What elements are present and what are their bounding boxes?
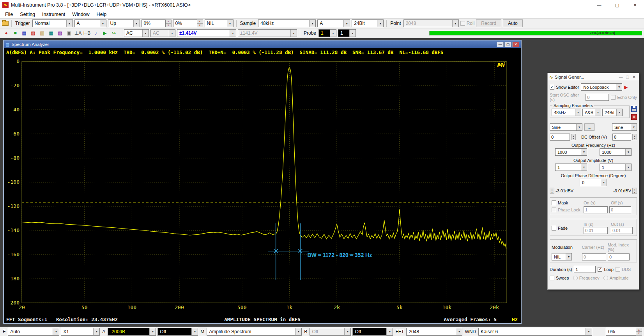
minimize-icon[interactable]: — [590,0,608,10]
siggen-rate-select[interactable]: 48kHz▼ [552,109,581,116]
sample-bits-select[interactable]: 24Bit▼ [352,19,384,27]
chevron-down-icon[interactable]: ▼ [343,20,350,27]
amplitude-a-select[interactable]: 1▼ [555,164,587,171]
maximize-icon[interactable]: ▢ [504,42,511,47]
frequency-b-select[interactable]: 1000▼ [600,148,632,156]
record-icon[interactable]: ● [2,30,11,37]
checkbox-icon[interactable] [550,276,554,280]
chevron-down-icon[interactable]: ▼ [595,109,601,116]
trigger-mode-select[interactable]: Normal▼ [32,19,73,27]
duration-input[interactable] [574,266,596,273]
chevron-down-icon[interactable]: ▼ [330,30,336,37]
close-icon[interactable]: ✕ [512,42,519,47]
chevron-down-icon[interactable]: ▼ [601,179,607,186]
menu-setting[interactable]: Setting [16,11,39,18]
menu-instrument[interactable]: Instrument [39,11,69,18]
menu-window[interactable]: Window [69,11,93,18]
start-output-icon[interactable]: ▶ [624,84,628,90]
run-icon[interactable]: ▶ [101,30,109,37]
spin-up-icon[interactable]: ▲ [197,20,203,24]
range-a-select[interactable]: ±1.414V▼ [177,29,236,37]
frequency-mode-select[interactable]: Auto▼ [8,328,59,336]
loopback-select[interactable]: No Loopback▼ [581,83,622,91]
chevron-down-icon[interactable]: ▼ [581,149,587,155]
chevron-down-icon[interactable]: ▼ [93,328,99,335]
chevron-down-icon[interactable]: ▼ [575,109,581,116]
spectrum-3d-icon[interactable]: ▦ [47,30,55,37]
chevron-down-icon[interactable]: ▼ [142,30,149,37]
auto-button[interactable]: Auto [503,19,523,27]
waveform-b-select[interactable]: Sine▼ [612,123,637,131]
probe-b-select[interactable]: 1▼ [338,29,356,37]
save-icon[interactable] [631,106,637,112]
trigger-source-select[interactable]: A▼ [74,19,106,27]
loopback-icon[interactable]: ↪ [110,30,118,37]
oscilloscope-icon[interactable]: ▤ [20,30,28,37]
chevron-down-icon[interactable]: ▼ [230,30,236,37]
spectrum-plot[interactable]: 0-20-40-60-80-100-120-140-160-180-200205… [4,56,521,316]
spectrum-analyzer-icon[interactable]: ▨ [29,30,37,37]
sample-channel-select[interactable]: A▼ [317,19,350,27]
speaker-icon[interactable]: ♪ [92,30,100,37]
b-mode-select[interactable]: Off▼ [352,328,393,336]
trigger-edge-select[interactable]: Up▼ [108,19,140,27]
more-waveforms-button[interactable]: ... [584,123,594,131]
chevron-down-icon[interactable]: ▼ [295,328,301,335]
chevron-down-icon[interactable]: ▼ [149,328,156,335]
overlap-spin[interactable]: 0%▲▼ [606,328,642,336]
fft-size-select[interactable]: 2048▼ [406,328,462,336]
chevron-down-icon[interactable]: ▼ [191,328,198,335]
dc-b-spinner[interactable]: ▲▼ [632,134,637,140]
chevron-down-icon[interactable]: ▼ [456,328,462,335]
sample-rate-select[interactable]: 48kHz▼ [258,19,316,27]
menu-help[interactable]: Help [93,11,110,18]
show-editor-checkbox[interactable]: Show Editor [550,85,579,90]
mask-checkbox[interactable]: Mask [552,201,582,205]
chevron-down-icon[interactable]: ▼ [66,20,73,27]
probe-a-select[interactable]: 1▼ [318,29,336,37]
a-range-select[interactable]: -200dB▼ [108,328,156,336]
dc-a-spinner[interactable]: ▲▼ [571,134,576,140]
waveform-library-icon[interactable]: ≣ [631,114,637,120]
dc-offset-a-input[interactable] [550,134,570,141]
x-zoom-select[interactable]: X1▼ [61,328,100,336]
chevron-down-icon[interactable]: ▼ [625,149,631,155]
minimize-icon[interactable]: — [497,42,504,47]
window-function-select[interactable]: Kaiser 6▼ [478,328,592,336]
spin-up-icon[interactable]: ▲ [636,328,642,332]
spin-up-icon[interactable]: ▲ [166,20,171,24]
phase-difference-select[interactable]: 0▼ [580,179,607,186]
label-x-axis-icon[interactable]: ⊥A [74,30,82,37]
siggen-channels-select[interactable]: A&B▼ [582,109,601,116]
dc-offset-b-input[interactable] [612,134,631,141]
spectrum-window-titlebar[interactable]: ▥ Spectrum Analyzer — ▢ ✕ [4,40,521,48]
close-icon[interactable]: ✕ [631,75,637,79]
chevron-down-icon[interactable]: ▼ [227,20,233,27]
a-mode-select[interactable]: Off▼ [157,328,198,336]
chevron-down-icon[interactable]: ▼ [631,124,637,130]
chevron-down-icon[interactable]: ▼ [349,30,356,37]
amplitude-b-select[interactable]: 1▼ [600,164,632,171]
waveform-a-select[interactable]: Sine▼ [550,123,582,131]
chevron-down-icon[interactable]: ▼ [100,20,106,27]
spin-down-icon[interactable]: ▼ [166,24,171,27]
checkbox-icon[interactable] [552,226,556,230]
checkbox-icon[interactable] [550,85,554,90]
level-b-spinner[interactable]: ▲▼ [632,188,637,194]
sweep-checkbox[interactable]: Sweep [550,276,569,280]
chevron-down-icon[interactable]: ▼ [377,20,383,27]
chevron-down-icon[interactable]: ▼ [581,164,587,171]
spin-down-icon[interactable]: ▼ [197,24,203,27]
stop-icon[interactable]: ■ [11,30,19,37]
menu-file[interactable]: File [2,11,16,18]
level-a-spinner[interactable]: ▲▼ [550,188,554,194]
minimize-icon[interactable]: — [617,75,624,79]
trigger-level-spin[interactable]: 0%▲▼ [142,19,172,27]
siggen-titlebar[interactable]: ∿ Signal Gener... — ▢ ✕ [548,73,639,81]
checkbox-icon[interactable] [552,201,556,205]
chevron-down-icon[interactable]: ▼ [53,328,59,335]
multimeter-icon[interactable]: ▥ [38,30,46,37]
checkbox-icon[interactable] [598,267,602,272]
chevron-down-icon[interactable]: ▼ [576,124,582,130]
trigger-delay-spin[interactable]: 0%▲▼ [173,19,203,27]
